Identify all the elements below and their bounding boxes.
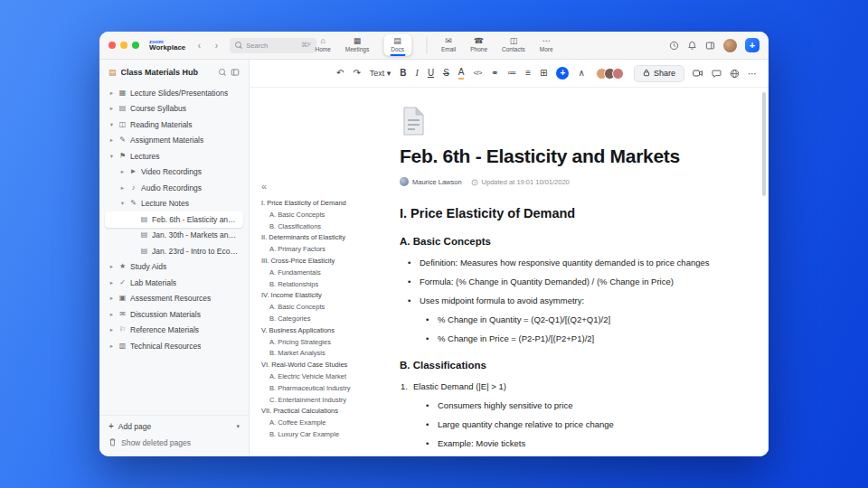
table-button[interactable]: ⊞ [540,69,547,78]
panel-toggle-icon[interactable] [705,41,715,51]
expand-chevron-icon[interactable]: ▸ [108,343,115,350]
sidebar-item-technical-resources[interactable]: ▸ ▥ Technical Resources [105,338,243,354]
outline-item[interactable]: II. Determinants of Elasticity [261,232,389,244]
bullet-list-button[interactable]: ≔ [507,69,516,78]
user-avatar[interactable] [723,39,737,52]
tab-meetings[interactable]: ▦ Meetings [345,37,369,53]
outline-item[interactable]: A. Pricing Strategies [261,337,389,349]
global-search-input[interactable]: Search ⌘F [230,38,316,53]
comments-icon[interactable] [712,69,722,79]
add-page-dropdown-icon[interactable]: ▾ [236,423,240,430]
expand-chevron-icon[interactable]: ▾ [108,122,115,128]
sidebar-item-reading-materials[interactable]: ▾ ◫ Reading Materials [105,117,243,133]
add-page-button[interactable]: + Add page ▾ [108,422,240,431]
outline-item[interactable]: IV. Income Elasticity [261,290,389,302]
doc-content[interactable]: Feb. 6th - Elasticity and Markets Mauric… [392,88,769,456]
expand-chevron-icon[interactable]: ▸ [119,185,126,192]
outline-item[interactable]: VII. Practical Calculations [261,406,389,418]
fullscreen-window-button[interactable] [132,42,139,49]
show-deleted-pages-button[interactable]: Show deleted pages [108,437,240,448]
outline-item[interactable]: B. Relationships [261,279,389,291]
sidebar-item-lectures[interactable]: ▾ ⚑ Lectures [105,148,243,164]
scrollbar-thumb[interactable] [762,92,766,196]
video-camera-icon[interactable] [693,69,703,78]
underline-button[interactable]: U [428,69,434,78]
sidebar-search-icon[interactable] [219,69,226,76]
insert-button[interactable]: + [556,67,569,80]
expand-chevron-icon[interactable]: ▸ [108,264,115,270]
expand-chevron-icon[interactable]: ▸ [108,296,115,302]
undo-button[interactable]: ↶ [336,69,344,78]
expand-chevron-icon[interactable]: ▸ [108,106,115,112]
sidebar-item-study-aids[interactable]: ▸ ★ Study Aids [105,259,243,276]
tab-more[interactable]: ⋯ More [540,37,553,53]
outline-item[interactable]: B. Pharmaceutical Industry [261,383,389,395]
sidebar-item-jan-30-markets[interactable]: ▤ Jan. 30th - Markets and P... [105,228,243,244]
outline-item[interactable]: A. Fundamentals [261,267,389,279]
sidebar-item-discussion-materials[interactable]: ▸ ✉ Discussion Materials [105,306,243,323]
outline-item[interactable]: V. Business Applications [261,325,389,337]
tab-docs[interactable]: ▤ Docs [383,34,411,57]
sidebar-item-assignment-materials[interactable]: ▸ ✎ Assignment Materials [105,133,243,149]
sidebar-collapse-icon[interactable] [231,68,240,77]
back-button[interactable]: ‹ [193,39,205,52]
redo-button[interactable]: ↷ [353,69,360,78]
tab-home[interactable]: ⌂ Home [315,37,330,53]
share-button[interactable]: Share [634,65,684,82]
tab-phone[interactable]: ☎ Phone [470,37,487,53]
italic-button[interactable]: I [416,69,419,78]
sidebar-item-assessment-resources[interactable]: ▸ ▣ Assessment Resources [105,291,243,307]
outline-item[interactable]: A. Electric Vehicle Market [261,371,389,383]
sidebar-item-video-recordings[interactable]: ▸ ► Video Recordings [105,164,243,181]
outline-item[interactable]: C. Entertainment Industry [261,395,389,407]
sidebar-item-course-syllabus[interactable]: ▸ ▤ Course Syllabus [105,101,243,117]
outline-item[interactable]: I. Price Elasticity of Demand [261,198,389,210]
minimize-window-button[interactable] [120,42,127,49]
outline-item[interactable]: A. Coffee Example [261,418,389,429]
collapse-toolbar-button[interactable]: ∧ [578,69,584,78]
sidebar-item-audio-recordings[interactable]: ▸ ♪ Audio Recordings [105,180,243,196]
bold-button[interactable]: B [400,69,406,78]
doc-title[interactable]: Feb. 6th - Elasticity and Markets [400,145,729,167]
outline-item[interactable]: B. Luxury Car Example [261,429,389,441]
tab-email[interactable]: ✉ Email [426,37,456,53]
sidebar-item-jan-23-intro[interactable]: ▤ Jan. 23rd - Intro to Econo... [105,243,243,259]
expand-chevron-icon[interactable]: ▸ [108,312,115,318]
sidebar-item-feb-6-elasticity[interactable]: ▤ Feb. 6th - Elasticity and M... [105,211,243,228]
sidebar-item-lab-materials[interactable]: ▸ ✓ Lab Materials [105,275,243,291]
sidebar-item-lecture-notes[interactable]: ▾ ✎ Lecture Notes [105,196,243,212]
outline-item[interactable]: B. Classifications [261,221,389,233]
expand-chevron-icon[interactable]: ▸ [108,280,115,286]
ai-companion-button[interactable]: + [745,38,760,52]
sidebar-item-lecture-slides[interactable]: ▸ ▦ Lecture Slides/Presentations [105,85,243,101]
expand-chevron-icon[interactable]: ▸ [108,90,115,97]
close-window-button[interactable] [108,42,116,49]
expand-chevron-icon[interactable]: ▾ [119,201,126,207]
outline-item[interactable]: VI. Real-World Case Studies [261,360,389,371]
strikethrough-button[interactable]: S [443,69,449,78]
outline-item[interactable]: III. Cross-Price Elasticity [261,256,389,267]
outline-item[interactable]: A. Primary Factors [261,244,389,256]
font-color-button[interactable]: A [458,68,465,80]
outline-collapse-icon[interactable]: « [261,182,389,192]
expand-chevron-icon[interactable]: ▾ [108,154,115,160]
collaborator-avatar[interactable] [612,68,624,80]
align-button[interactable]: ≡ [525,69,531,78]
more-options-icon[interactable]: ⋯ [748,69,757,79]
outline-item[interactable]: A. Basic Concepts [261,210,389,221]
link-button[interactable]: ⚭ [491,69,498,78]
expand-chevron-icon[interactable]: ▸ [108,137,115,144]
outline-item[interactable]: A. Basic Concepts [261,302,389,314]
forward-button[interactable]: › [210,39,222,52]
globe-language-icon[interactable] [730,69,740,79]
clock-icon[interactable] [669,41,679,51]
expand-chevron-icon[interactable]: ▸ [119,169,126,175]
tab-contacts[interactable]: ◫ Contacts [502,37,525,53]
expand-chevron-icon[interactable]: ▸ [108,327,115,333]
text-style-dropdown[interactable]: Text ▾ [370,70,392,78]
sidebar-item-reference-materials[interactable]: ▸ ⚐ Reference Materials [105,323,243,339]
notifications-bell-icon[interactable] [687,41,697,51]
code-button[interactable]: </> [473,70,481,77]
outline-item[interactable]: B. Categories [261,314,389,325]
outline-item[interactable]: B. Market Analysis [261,348,389,360]
